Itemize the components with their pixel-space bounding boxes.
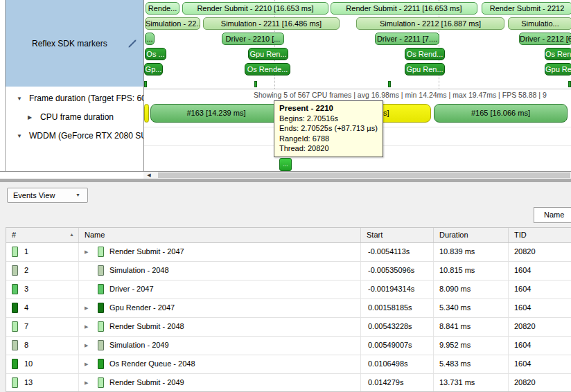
timeline-marker-bar[interactable]: Driver - 2212 [6... xyxy=(519,33,571,45)
expand-arrow-icon[interactable]: ▶ xyxy=(85,243,88,260)
timeline-marker-bar[interactable]: Render Submit - 2210 [16.653 ms] xyxy=(182,2,328,15)
event-color-icon xyxy=(98,265,104,276)
chevron-expanded-icon[interactable]: ▼ xyxy=(17,127,25,145)
cell-name: ▶Gpu Render - 2047 xyxy=(79,299,361,317)
expand-arrow-icon[interactable]: ▶ xyxy=(85,355,88,373)
divider xyxy=(0,171,143,172)
event-color-icon xyxy=(98,247,104,257)
tree-item-wddm[interactable]: ▼WDDM (GeForce RTX 2080 SUP xyxy=(6,127,143,145)
table-row[interactable]: 8▶Simulation - 20490.00549007s9.952 ms16… xyxy=(6,337,571,355)
tree-item-cpu[interactable]: ▶CPU frame duration xyxy=(6,108,143,127)
timeline-marker-bar[interactable]: Simulation - 2211 [16.486 ms] xyxy=(203,17,340,30)
event-name: Simulation - 2049 xyxy=(109,341,169,349)
chevron-down-icon: ▼ xyxy=(76,188,80,202)
event-color-icon xyxy=(12,247,18,257)
chevron-collapsed-icon[interactable]: ▶ xyxy=(28,108,36,127)
timeline-marker-bar[interactable]: Driver - 2210 [... xyxy=(222,33,284,45)
cell-num: 10 xyxy=(6,355,79,373)
event-name: Render Submit - 2047 xyxy=(109,247,184,256)
wddm-marker-chip[interactable]: ... xyxy=(279,158,292,171)
name-filter-label: Name xyxy=(544,211,564,219)
timeline-marker-bar[interactable]: Render Submit - 2212 xyxy=(482,2,571,15)
column-header-duration[interactable]: Duration xyxy=(434,228,509,242)
tree-item-frame[interactable]: ▼Frame duration (Target FPS: 60 xyxy=(6,89,143,108)
column-header-num[interactable]: #▲ xyxy=(6,228,79,242)
timeline-marker-bar[interactable]: Simulation - 2212 [16.887 ms] xyxy=(356,17,504,30)
timeline-marker-bar[interactable]: Os Rende... xyxy=(245,63,290,75)
cell-num: 1 xyxy=(6,243,79,261)
timeline-marker-bar[interactable]: Os ... xyxy=(145,48,166,60)
event-color-icon xyxy=(12,377,18,388)
cell-num: 4 xyxy=(6,299,79,317)
cell-tid: 20820 xyxy=(509,243,571,261)
timeline-marker-bar[interactable]: Gpu Ren... xyxy=(405,63,445,75)
table-row[interactable]: 3Driver - 2047-0.00194314s8.090 ms1604 xyxy=(6,280,571,299)
scrollbar-thumb[interactable] xyxy=(158,172,570,178)
tree-item-label: CPU frame duration xyxy=(40,112,114,122)
event-color-icon xyxy=(98,303,104,313)
present-marker-tick[interactable] xyxy=(568,81,571,87)
name-filter-box[interactable]: Name xyxy=(534,207,571,223)
horizontal-scrollbar[interactable]: ◀ xyxy=(143,172,571,179)
timeline-marker-bar[interactable]: Os Ren... xyxy=(545,48,571,60)
cell-name: Driver - 2047 xyxy=(79,280,361,299)
present-marker-tick[interactable] xyxy=(144,81,147,87)
cell-duration: 5.340 ms xyxy=(434,299,509,317)
cpu-frame-bar[interactable]: #165 [16.066 ms] xyxy=(434,104,568,123)
event-color-icon xyxy=(98,321,104,332)
event-name: Os Render Queue - 2048 xyxy=(109,359,195,368)
event-color-icon xyxy=(12,265,18,276)
event-name: Simulation - 2048 xyxy=(109,266,169,274)
column-header-label: # xyxy=(12,231,16,239)
cell-start: 0.00543228s xyxy=(361,318,434,336)
pane-splitter[interactable] xyxy=(0,179,571,182)
scroll-left-arrow-icon[interactable]: ◀ xyxy=(145,172,153,179)
column-header-start[interactable]: Start xyxy=(361,228,434,242)
timeline-marker-bar[interactable]: Driver - 2211 [7.... xyxy=(375,33,439,45)
row-divider xyxy=(144,89,571,89)
table-row[interactable]: 4▶Gpu Render - 20470.00158185s5.340 ms16… xyxy=(6,299,571,318)
chevron-expanded-icon[interactable]: ▼ xyxy=(17,89,25,108)
cell-name: Simulation - 2048 xyxy=(79,262,361,280)
timeline-marker-bar[interactable]: Os Rend... xyxy=(405,48,445,60)
table-row[interactable]: 7▶Render Submit - 20480.00543228s8.841 m… xyxy=(6,318,571,337)
expand-arrow-icon[interactable]: ▶ xyxy=(85,337,88,354)
table-row[interactable]: 1▶Render Submit - 2047-0.0054113s10.839 … xyxy=(6,243,571,262)
events-table-header: #▲NameStartDurationTID xyxy=(6,228,571,243)
column-header-name[interactable]: Name xyxy=(79,228,361,242)
cell-duration: 10.815 ms xyxy=(434,262,509,280)
cell-duration: 13.731 ms xyxy=(434,374,509,392)
cell-name: ▶Render Submit - 2048 xyxy=(79,318,361,336)
timeline-marker-bar[interactable]: Gpu Re... xyxy=(545,63,571,75)
tooltip-line: Begins: 2.70516s xyxy=(279,114,378,124)
cell-start: 0.014279s xyxy=(361,374,434,392)
timeline-marker-bar[interactable]: Simulation - 22... xyxy=(145,17,200,30)
timeline-marker-bar[interactable]: Simulatio... xyxy=(508,17,571,30)
event-name: Render Submit - 2049 xyxy=(109,378,184,386)
expand-arrow-icon[interactable]: ▶ xyxy=(85,374,88,391)
cpu-frame-bar[interactable]: #163 [14.239 ms] xyxy=(150,104,282,123)
event-number: 13 xyxy=(24,378,33,386)
event-name: Driver - 2047 xyxy=(109,285,154,293)
cell-duration: 10.839 ms xyxy=(434,243,509,261)
table-row[interactable]: 10▶Os Render Queue - 20480.0106498s5.483… xyxy=(6,355,571,374)
timeline-marker-bar[interactable]: ... xyxy=(145,33,155,45)
table-row[interactable]: 13▶Render Submit - 20490.014279s13.731 m… xyxy=(6,374,571,392)
timeline-marker-bar[interactable]: Gp... xyxy=(144,63,163,75)
expand-arrow-icon[interactable]: ▶ xyxy=(85,299,88,317)
present-marker-tick[interactable] xyxy=(254,81,257,87)
timeline-marker-bar[interactable]: Render Submit - 2211 [16.653 ms] xyxy=(331,2,477,15)
left-gutter xyxy=(0,0,6,171)
timeline-marker-bar[interactable]: Gpu Ren... xyxy=(248,48,288,60)
timeline-marker-bar[interactable]: Rende... xyxy=(146,2,179,15)
events-view-dropdown[interactable]: Events View ▼ xyxy=(7,188,88,203)
event-number: 1 xyxy=(24,247,28,256)
present-marker-tick[interactable] xyxy=(388,81,391,87)
timeline-row-header-reflex[interactable]: Reflex SDK markers xyxy=(6,0,143,87)
table-row[interactable]: 2Simulation - 2048-0.00535096s10.815 ms1… xyxy=(6,262,571,280)
expand-arrow-icon[interactable]: ▶ xyxy=(85,318,88,335)
cpu-frame-bar[interactable] xyxy=(144,104,149,123)
pin-row-icon[interactable] xyxy=(128,39,137,48)
column-header-tid[interactable]: TID xyxy=(509,228,571,242)
cpu-frames-stats-text: Showing 5 of 567 CPU frames | avg 16.98m… xyxy=(254,91,547,99)
